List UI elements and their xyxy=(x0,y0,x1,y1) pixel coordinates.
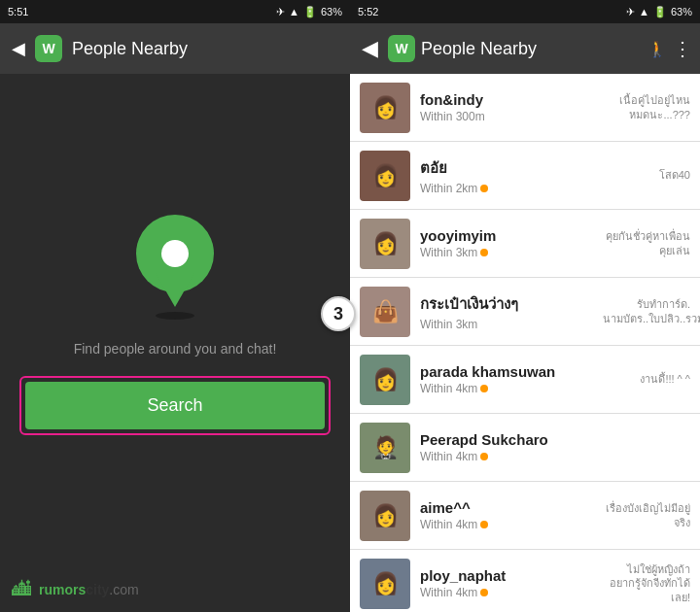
wifi-icon: ▲ xyxy=(289,6,299,17)
online-dot xyxy=(480,249,488,256)
person-message: โสด40 xyxy=(659,168,690,182)
list-item[interactable]: 👩parada khamsuwanWithin 4kmงานดึ้!!! ^ ^ xyxy=(350,346,700,414)
people-list: 👩fon&indyWithin 300mเนื้อคู่ไปอยู่ไหนหมด… xyxy=(350,74,700,612)
avatar: 👩 xyxy=(360,559,410,609)
person-info: ตอัยWithin 2km xyxy=(420,156,649,195)
right-status-icons: ✈ ▲ 🔋 63% xyxy=(626,6,692,18)
person-distance: Within 2km xyxy=(420,182,649,195)
person-info: กระเป๋าเงินว่างๆWithin 3km xyxy=(420,292,593,331)
battery-icon: 🔋 xyxy=(303,6,317,18)
list-item[interactable]: 👜กระเป๋าเงินว่างๆWithin 3kmรับทำการ์ด. น… xyxy=(350,278,700,346)
brand-text: rumorscity.com xyxy=(39,582,139,597)
avatar: 👩 xyxy=(360,151,410,201)
person-info: ploy_naphatWithin 4km xyxy=(420,567,593,599)
person-distance: Within 3km xyxy=(420,318,593,331)
list-item[interactable]: 👩ตอัยWithin 2kmโสด40 xyxy=(350,142,700,210)
right-panel: 5:52 ✈ ▲ 🔋 63% ◀ W People Nearby 🚶 ⋮ 👩fo… xyxy=(350,0,700,612)
person-message: งานดึ้!!! ^ ^ xyxy=(640,372,690,386)
person-distance: Within 4km xyxy=(420,382,630,395)
left-panel: 5:51 ✈ ▲ 🔋 63% ◀ W People Nearby xyxy=(0,0,350,612)
avatar: 👩 xyxy=(360,491,410,541)
online-dot xyxy=(480,185,488,192)
right-battery-pct: 63% xyxy=(671,6,692,17)
person-distance: Within 4km xyxy=(420,586,593,599)
avatar: 👩 xyxy=(360,219,410,269)
location-icon-container xyxy=(126,205,224,322)
more-options-button[interactable]: ⋮ xyxy=(673,37,692,60)
person-name: Peerapd Sukcharo xyxy=(420,431,690,448)
pin-shadow xyxy=(156,312,194,320)
person-distance: Within 3km xyxy=(420,246,593,259)
person-message: ไม่ใช่ผู้หญิงถ้าอยากรู้จักจีงทักได้เลย! xyxy=(603,562,690,604)
left-status-icons: ✈ ▲ 🔋 63% xyxy=(276,6,342,18)
right-wechat-logo: W xyxy=(388,35,415,62)
list-item[interactable]: 🤵Peerapd SukcharoWithin 4km xyxy=(350,414,700,482)
right-top-bar: ◀ W People Nearby 🚶 ⋮ xyxy=(350,23,700,74)
person-distance: Within 4km xyxy=(420,518,593,531)
person-name: parada khamsuwan xyxy=(420,363,630,380)
avatar: 👩 xyxy=(360,355,410,405)
online-dot xyxy=(480,385,488,392)
person-message: รับทำการ์ด. นามบัตร..ใบปลิว..รวม... xyxy=(603,297,690,325)
avatar: 🤵 xyxy=(360,423,410,473)
search-button[interactable]: Search xyxy=(25,382,325,429)
location-pin xyxy=(136,215,214,312)
right-back-button[interactable]: ◀ xyxy=(358,36,382,61)
right-time: 5:52 xyxy=(358,6,378,17)
brand-com: .com xyxy=(109,582,138,597)
person-info: fon&indyWithin 300m xyxy=(420,91,593,123)
left-top-bar: ◀ W People Nearby xyxy=(0,23,350,74)
find-people-text: Find people around you and chat! xyxy=(74,341,277,357)
signal-icon: ✈ xyxy=(276,6,285,18)
person-info: yooyimyimWithin 3km xyxy=(420,227,593,259)
left-time: 5:51 xyxy=(8,6,28,17)
list-item[interactable]: 👩aime^^Within 4kmเรื่องบังเอิญไม่มีอยู่จ… xyxy=(350,482,700,550)
left-footer: 🏙 rumorscity.com xyxy=(0,566,350,612)
right-status-bar: 5:52 ✈ ▲ 🔋 63% xyxy=(350,0,700,23)
battery-pct: 63% xyxy=(321,6,342,17)
avatar: 👜 xyxy=(360,287,410,337)
left-page-title: People Nearby xyxy=(72,39,188,59)
person-name: fon&indy xyxy=(420,91,593,108)
building-icon: 🏙 xyxy=(12,578,31,600)
nearby-person-icon: 🚶 xyxy=(648,40,667,58)
pin-dot xyxy=(161,240,189,267)
avatar: 👩 xyxy=(360,83,410,133)
badge-number: 3 xyxy=(321,296,356,331)
list-item[interactable]: 👩ploy_naphatWithin 4kmไม่ใช่ผู้หญิงถ้าอย… xyxy=(350,550,700,612)
left-back-button[interactable]: ◀ xyxy=(12,38,25,59)
person-distance: Within 300m xyxy=(420,110,593,123)
online-dot xyxy=(480,589,488,596)
wechat-logo: W xyxy=(35,35,62,62)
person-message: เนื้อคู่ไปอยู่ไหนหมดนะ...??? xyxy=(603,93,690,121)
search-button-wrapper: Search xyxy=(19,376,331,435)
online-dot xyxy=(480,521,488,528)
person-info: aime^^Within 4km xyxy=(420,499,593,531)
list-item[interactable]: 👩fon&indyWithin 300mเนื้อคู่ไปอยู่ไหนหมด… xyxy=(350,74,700,142)
person-name: yooyimyim xyxy=(420,227,593,244)
person-info: Peerapd SukcharoWithin 4km xyxy=(420,431,690,463)
person-message: เรื่องบังเอิญไม่มีอยู่จริง xyxy=(603,501,690,529)
left-status-bar: 5:51 ✈ ▲ 🔋 63% xyxy=(0,0,350,23)
right-battery-icon: 🔋 xyxy=(653,6,667,18)
right-signal-icon: ✈ xyxy=(626,6,635,18)
person-distance: Within 4km xyxy=(420,450,690,463)
person-message: คุยกันชั่วคู่หาเพื่อนคุยเล่น xyxy=(603,229,690,257)
right-page-title: People Nearby xyxy=(421,39,642,59)
person-name: กระเป๋าเงินว่างๆ xyxy=(420,292,593,316)
brand-city: city xyxy=(86,582,109,597)
list-item[interactable]: 👩yooyimyimWithin 3kmคุยกันชั่วคู่หาเพื่อ… xyxy=(350,210,700,278)
online-dot xyxy=(480,453,488,460)
brand-rumors: rumors xyxy=(39,582,86,597)
person-name: aime^^ xyxy=(420,499,593,516)
person-name: ตอัย xyxy=(420,156,649,180)
right-wifi-icon: ▲ xyxy=(639,6,649,17)
person-name: ploy_naphat xyxy=(420,567,593,584)
person-info: parada khamsuwanWithin 4km xyxy=(420,363,630,395)
pin-tail xyxy=(156,273,194,307)
left-content-area: Find people around you and chat! Search xyxy=(0,74,350,566)
